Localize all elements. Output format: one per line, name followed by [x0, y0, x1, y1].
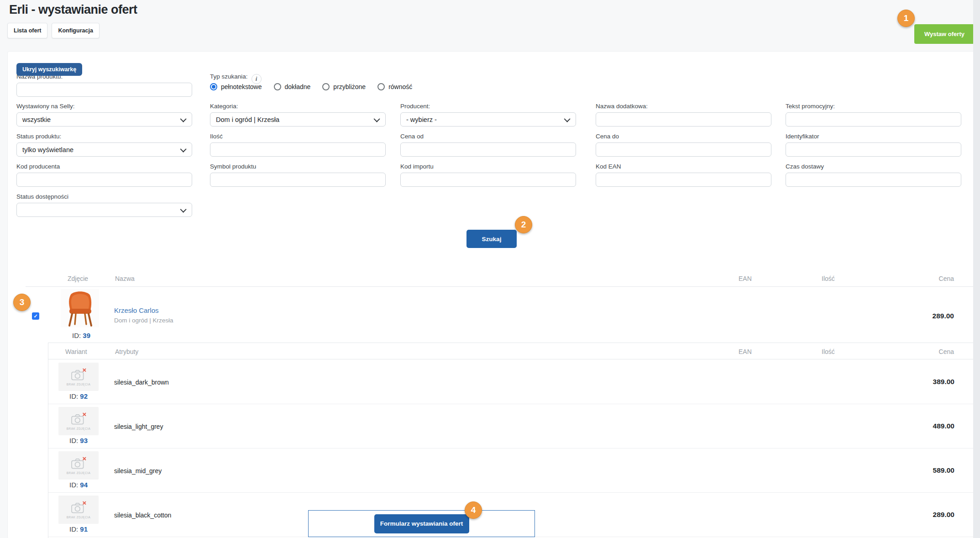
field-label: Tekst promocyjny: — [786, 103, 961, 110]
x-icon — [83, 413, 86, 416]
radio-label: dokładne — [285, 83, 311, 90]
chevron-down-icon — [180, 146, 187, 152]
field-producer-code: Kod producenta — [16, 163, 192, 187]
product-name-input[interactable] — [16, 83, 192, 97]
product-status-select[interactable]: tylko wyświetlane — [16, 142, 192, 157]
id-label: ID: — [72, 332, 81, 339]
field-label: Cena od — [400, 133, 576, 140]
availability-status-select[interactable] — [16, 203, 192, 217]
radio-label: przybliżone — [333, 83, 366, 90]
id-value: 39 — [83, 332, 90, 339]
delivery-time-input[interactable] — [786, 173, 961, 187]
chevron-down-icon — [374, 116, 380, 122]
column-header-name: Nazwa — [115, 275, 135, 282]
camera-icon — [68, 456, 89, 471]
product-photo-chair[interactable] — [61, 289, 99, 327]
quantity-input[interactable] — [210, 142, 386, 157]
price-from-input[interactable] — [400, 142, 576, 157]
field-label: Cena do — [596, 133, 771, 140]
producer-code-input[interactable] — [16, 173, 192, 187]
variant-id: ID: 93 — [52, 437, 105, 444]
field-listed-on-selly: Wystawiony na Selly: wszystkie — [16, 103, 192, 127]
variant-header-price: Cena — [939, 348, 954, 355]
field-label: Kod importu — [400, 163, 576, 170]
erli-offers-page: Erli - wystawianie ofert Lista ofert Kon… — [0, 0, 980, 538]
step-badge-1: 1 — [897, 10, 915, 27]
no-photo-placeholder: BRAK ZDJĘCIA — [58, 363, 99, 391]
field-ean-code: Kod EAN — [596, 163, 771, 187]
column-header-ean: EAN — [739, 275, 752, 282]
column-header-qty: Ilość — [822, 275, 835, 282]
field-label: Wystawiony na Selly: — [16, 103, 192, 110]
id-value: 94 — [80, 481, 88, 489]
field-label: Typ szukania:i — [210, 73, 386, 84]
variant-price: 589.00 — [933, 466, 954, 475]
step-badge-3: 3 — [13, 294, 31, 311]
listed-on-selly-select[interactable]: wszystkie — [16, 112, 192, 127]
search-button[interactable]: Szukaj — [466, 230, 517, 248]
page-title: Erli - wystawianie ofert — [9, 3, 137, 17]
step-badge-2: 2 — [515, 216, 532, 233]
variant-id: ID: 92 — [52, 392, 105, 400]
field-price-to: Cena do — [596, 133, 771, 157]
radio-option-exact[interactable]: dokładne — [274, 83, 311, 90]
producer-select[interactable]: - wybierz - — [400, 112, 576, 127]
variant-header-variant: Wariant — [65, 348, 87, 355]
product-checkbox[interactable]: ✓ — [32, 312, 39, 320]
variant-id: ID: 94 — [52, 481, 105, 489]
id-value: 91 — [80, 525, 88, 533]
price-to-input[interactable] — [596, 142, 771, 157]
no-photo-placeholder: BRAK ZDJĘCIA — [58, 407, 99, 435]
column-header-photo: Zdjęcie — [68, 275, 88, 282]
radio-option-fulltext[interactable]: pełnotekstowe — [210, 83, 262, 90]
field-delivery-time: Czas dostawy — [786, 163, 961, 187]
variant-price: 389.00 — [933, 378, 954, 386]
variant-name: silesia_light_grey — [114, 423, 163, 430]
import-code-input[interactable] — [400, 173, 576, 187]
id-label: ID: — [69, 392, 78, 400]
field-price-from: Cena od — [400, 133, 576, 157]
variant-row: BRAK ZDJĘCIA ID: 94 silesia_mid_grey 589… — [48, 448, 973, 493]
search-type-radios: pełnotekstowe dokładne przybliżone równo… — [210, 83, 412, 90]
field-label: Czas dostawy — [786, 163, 961, 170]
radio-icon[interactable] — [322, 83, 330, 90]
chevron-down-icon — [180, 206, 187, 212]
radio-selected-icon[interactable] — [210, 83, 217, 90]
ean-code-input[interactable] — [596, 173, 771, 187]
category-select[interactable]: Dom i ogród | Krzesła — [210, 112, 386, 127]
field-label: Status dostępności — [16, 193, 192, 200]
additional-name-input[interactable] — [596, 112, 771, 127]
field-label: Status produktu: — [16, 133, 192, 140]
info-icon[interactable]: i — [252, 74, 262, 84]
variant-name: silesia_mid_grey — [114, 467, 162, 475]
id-label: ID: — [69, 437, 78, 444]
tab-konfiguracja[interactable]: Konfiguracja — [52, 23, 99, 38]
x-icon — [83, 501, 86, 504]
id-value: 92 — [80, 392, 88, 400]
product-name-link[interactable]: Krzesło Carlos — [114, 306, 159, 314]
identifier-input[interactable] — [786, 142, 961, 157]
product-category: Dom i ogród | Krzesła — [114, 317, 173, 324]
product-symbol-input[interactable] — [210, 173, 386, 187]
variant-price: 489.00 — [933, 422, 954, 430]
radio-option-equality[interactable]: równość — [377, 83, 412, 90]
offer-form-highlight-box: Formularz wystawiania ofert — [308, 510, 535, 537]
field-label: Identyfikator — [786, 133, 961, 140]
camera-icon — [68, 368, 89, 382]
publish-offers-button[interactable]: Wystaw oferty — [914, 24, 975, 44]
field-label: Producent: — [400, 103, 576, 110]
product-id: ID: 39 — [61, 332, 102, 339]
field-label: Symbol produktu — [210, 163, 386, 170]
radio-label: równość — [388, 83, 412, 90]
camera-icon — [68, 501, 89, 515]
tab-lista-ofert[interactable]: Lista ofert — [7, 23, 47, 38]
hide-search-button[interactable]: Ukryj wyszukiwarkę — [16, 63, 82, 76]
radio-icon[interactable] — [274, 83, 281, 90]
radio-icon[interactable] — [377, 83, 385, 90]
field-label: Kod EAN — [596, 163, 771, 170]
radio-option-approximate[interactable]: przybliżone — [322, 83, 366, 90]
offer-form-button[interactable]: Formularz wystawiania ofert — [374, 514, 469, 533]
promo-text-input[interactable] — [786, 112, 961, 127]
scrollbar[interactable] — [973, 0, 980, 538]
variant-id: ID: 91 — [52, 525, 105, 533]
